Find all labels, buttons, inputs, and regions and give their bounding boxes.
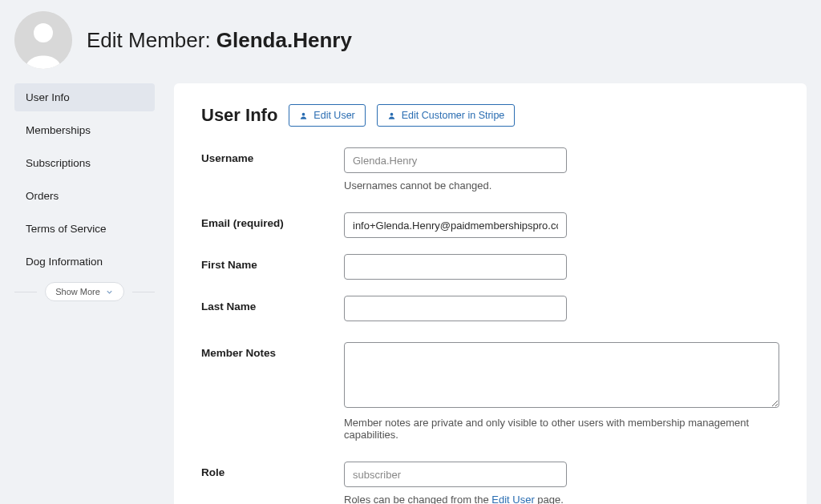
sidebar-item-terms-of-service[interactable]: Terms of Service [14, 215, 155, 243]
role-helper: Roles can be changed from the Edit User … [344, 494, 779, 504]
svg-point-1 [34, 23, 53, 42]
sidebar-item-subscriptions[interactable]: Subscriptions [14, 149, 155, 177]
edit-stripe-button[interactable]: Edit Customer in Stripe [377, 104, 516, 127]
divider-line [132, 292, 155, 292]
first-name-label: First Name [201, 254, 344, 271]
email-row: Email (required) [201, 212, 779, 238]
sidebar-item-orders[interactable]: Orders [14, 182, 155, 210]
show-more-divider: Show More [14, 282, 155, 301]
username-input [344, 147, 567, 173]
sidebar-item-label: Memberships [26, 124, 91, 136]
sidebar-item-memberships[interactable]: Memberships [14, 116, 155, 144]
svg-point-2 [302, 112, 305, 115]
last-name-input[interactable] [344, 296, 567, 321]
section-header: User Info Edit User Edit Customer in Str… [201, 104, 779, 127]
avatar-placeholder-icon [14, 11, 72, 69]
email-label: Email (required) [201, 212, 344, 229]
member-notes-helper: Member notes are private and only visibl… [344, 417, 779, 441]
role-label: Role [201, 462, 344, 478]
sidebar-item-label: Dog Information [26, 256, 103, 268]
main-panel: User Info Edit User Edit Customer in Str… [174, 83, 807, 504]
show-more-label: Show More [55, 287, 100, 296]
chevron-down-icon [105, 288, 114, 296]
member-notes-row: Member Notes Member notes are private an… [201, 342, 779, 441]
edit-stripe-label: Edit Customer in Stripe [402, 110, 505, 121]
last-name-label: Last Name [201, 296, 344, 312]
sidebar-item-label: Terms of Service [26, 223, 107, 235]
first-name-row: First Name [201, 254, 779, 280]
page-title-username: Glenda.Henry [216, 28, 352, 52]
page-title-prefix: Edit Member: [87, 28, 216, 52]
show-more-button[interactable]: Show More [45, 282, 124, 301]
email-input[interactable] [344, 212, 567, 238]
member-notes-label: Member Notes [201, 342, 344, 359]
first-name-input[interactable] [344, 254, 567, 280]
member-notes-input[interactable] [344, 342, 779, 408]
role-input [344, 462, 567, 487]
user-icon [299, 111, 308, 120]
sidebar-item-label: User Info [26, 91, 70, 103]
username-label: Username [201, 147, 344, 164]
sidebar-item-label: Subscriptions [26, 157, 91, 169]
sidebar-item-label: Orders [26, 190, 59, 202]
sidebar: User Info Memberships Subscriptions Orde… [14, 83, 155, 301]
role-row: Role Roles can be changed from the Edit … [201, 462, 779, 504]
role-helper-link[interactable]: Edit User [491, 494, 534, 504]
svg-point-3 [390, 112, 393, 115]
avatar [14, 11, 72, 69]
role-helper-before: Roles can be changed from the [344, 494, 491, 504]
last-name-row: Last Name [201, 296, 779, 321]
edit-user-label: Edit User [313, 110, 354, 121]
page-header: Edit Member: Glenda.Henry [0, 0, 821, 83]
edit-user-button[interactable]: Edit User [289, 104, 365, 127]
username-row: Username Usernames cannot be changed. [201, 147, 779, 192]
page-title: Edit Member: Glenda.Henry [87, 28, 352, 53]
divider-line [14, 292, 37, 292]
user-icon [387, 111, 396, 120]
sidebar-item-dog-information[interactable]: Dog Information [14, 248, 155, 276]
sidebar-item-user-info[interactable]: User Info [14, 83, 155, 111]
username-helper: Usernames cannot be changed. [344, 179, 779, 192]
section-title: User Info [201, 105, 277, 126]
role-helper-after: page. [535, 494, 564, 504]
